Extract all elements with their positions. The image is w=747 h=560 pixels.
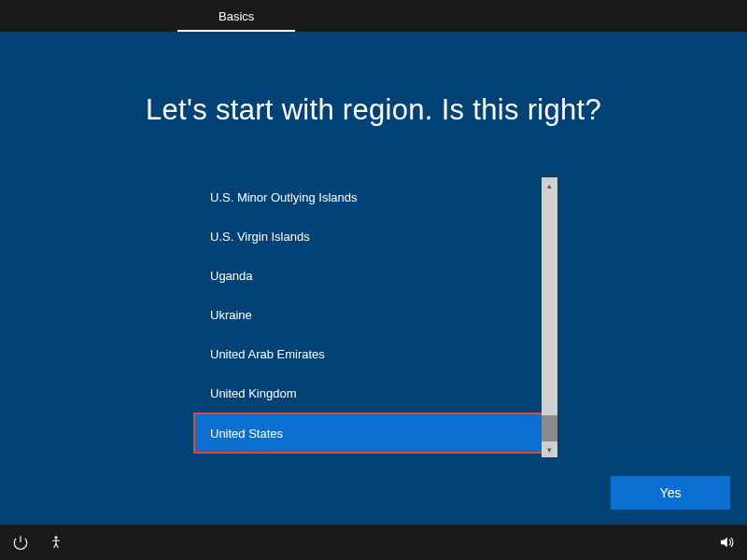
power-icon[interactable] [11, 533, 30, 552]
list-item[interactable]: U.S. Minor Outlying Islands [195, 177, 542, 217]
volume-icon[interactable] [717, 533, 736, 552]
svg-point-0 [55, 536, 58, 539]
list-item[interactable]: Ukraine [195, 295, 542, 334]
list-item[interactable]: Uganda [195, 256, 542, 295]
list-item[interactable]: United Arab Emirates [195, 334, 542, 373]
bottom-left-group [11, 533, 65, 552]
tab-label: Basics [218, 9, 254, 23]
top-bar: Basics [0, 0, 747, 32]
accessibility-icon[interactable] [47, 533, 65, 552]
scroll-down-icon[interactable]: ▾ [542, 441, 557, 457]
bottom-bar [0, 525, 747, 560]
page-heading: Let's start with region. Is this right? [0, 93, 747, 127]
list-item[interactable]: United Kingdom [195, 373, 542, 413]
scroll-thumb[interactable] [542, 415, 557, 441]
region-list-container: U.S. Minor Outlying Islands U.S. Virgin … [195, 177, 557, 457]
list-item-selected[interactable]: United States [193, 413, 543, 454]
list-item[interactable]: U.S. Virgin Islands [195, 217, 542, 256]
scrollbar[interactable]: ▴ ▾ [542, 177, 557, 457]
scroll-up-icon[interactable]: ▴ [542, 177, 557, 193]
region-list: U.S. Minor Outlying Islands U.S. Virgin … [195, 177, 542, 457]
yes-button-label: Yes [660, 485, 682, 500]
tab-basics[interactable]: Basics [177, 0, 295, 32]
yes-button[interactable]: Yes [611, 476, 730, 510]
